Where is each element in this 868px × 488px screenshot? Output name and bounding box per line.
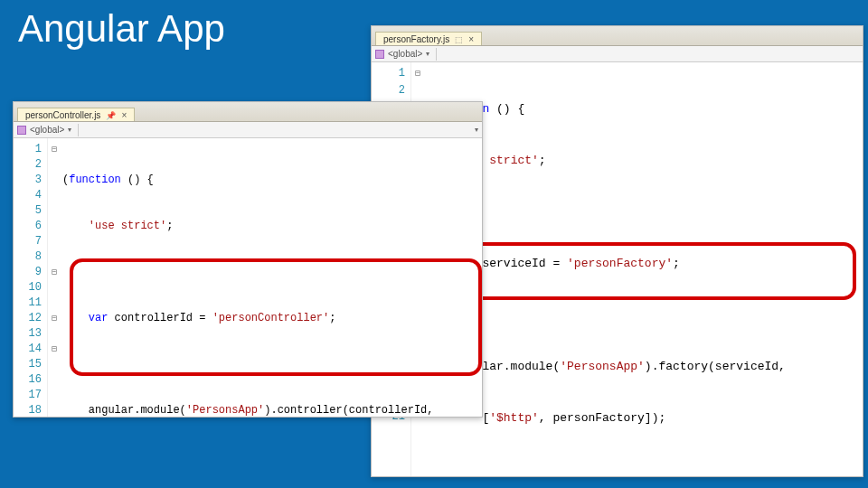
editor-person-controller: personController.js 📌 × <global> ▾ ▾ 12 … bbox=[13, 101, 483, 418]
tab-filename: personController.js bbox=[25, 110, 100, 120]
fold-column[interactable]: ⊟ ⊟ ⊟ ⊟ bbox=[48, 138, 61, 417]
scope-bar: <global> ▾ bbox=[372, 46, 863, 62]
chevron-down-icon[interactable]: ▾ bbox=[68, 126, 71, 134]
file-tab-person-factory[interactable]: personFactory.js ⬚ × bbox=[375, 32, 482, 45]
slide-title: Angular App bbox=[18, 7, 225, 51]
tab-bar: personFactory.js ⬚ × bbox=[372, 26, 863, 46]
tab-bar: personController.js 📌 × bbox=[14, 102, 482, 122]
chevron-down-icon[interactable]: ▾ bbox=[426, 50, 429, 58]
file-tab-person-controller[interactable]: personController.js 📌 × bbox=[17, 108, 135, 121]
close-icon[interactable]: × bbox=[468, 34, 474, 44]
scope-dropdown[interactable]: <global> bbox=[30, 125, 64, 135]
scope-badge-icon bbox=[17, 126, 26, 135]
scope-bar: <global> ▾ ▾ bbox=[14, 122, 482, 138]
chevron-down-icon[interactable]: ▾ bbox=[475, 126, 478, 134]
code-area[interactable]: 12 34 56 78 910 1112 1314 1516 1718 ⊟ ⊟ … bbox=[14, 138, 482, 417]
pin-icon[interactable]: 📌 bbox=[106, 111, 116, 120]
close-icon[interactable]: × bbox=[121, 110, 127, 120]
pin-icon[interactable]: ⬚ bbox=[455, 35, 463, 44]
line-number-gutter: 12 34 56 78 910 1112 1314 1516 1718 bbox=[14, 138, 48, 417]
code-body[interactable]: (function () { 'use strict'; var control… bbox=[61, 138, 482, 417]
code-body[interactable]: (function () { 'use strict'; var service… bbox=[424, 62, 863, 476]
tab-filename: personFactory.js bbox=[383, 34, 449, 44]
scope-badge-icon bbox=[375, 50, 384, 59]
scope-dropdown[interactable]: <global> bbox=[388, 49, 422, 59]
